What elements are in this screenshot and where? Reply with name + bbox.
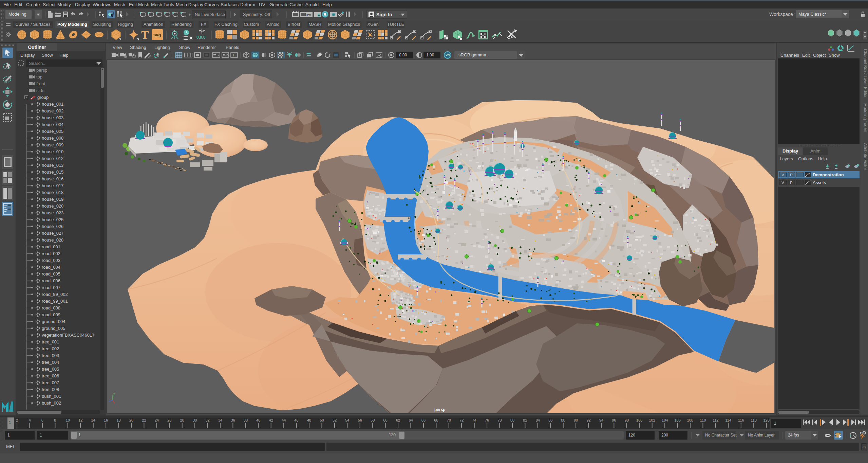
svg-text:76: 76 xyxy=(485,418,489,422)
svg-text:116: 116 xyxy=(738,418,744,422)
svg-text:80: 80 xyxy=(510,418,514,422)
svg-text:46: 46 xyxy=(294,418,298,422)
svg-text:8: 8 xyxy=(54,418,56,422)
svg-text:0,0,0: 0,0,0 xyxy=(196,35,206,40)
svg-text:svg: svg xyxy=(153,32,161,37)
svg-text:persp: persp xyxy=(434,407,446,412)
svg-text:70: 70 xyxy=(447,418,451,422)
svg-text:34: 34 xyxy=(218,418,222,422)
svg-text:94: 94 xyxy=(599,418,603,422)
svg-text:74: 74 xyxy=(472,418,476,422)
svg-text:2: 2 xyxy=(16,418,18,422)
svg-text:30: 30 xyxy=(193,418,197,422)
svg-text:T: T xyxy=(232,53,235,57)
svg-text:90: 90 xyxy=(574,418,578,422)
svg-text:36: 36 xyxy=(231,418,235,422)
svg-text:78: 78 xyxy=(497,418,502,422)
svg-text:26: 26 xyxy=(167,418,171,422)
svg-text:IPR: IPR xyxy=(306,14,311,17)
svg-text:120: 120 xyxy=(763,418,769,422)
svg-text:102: 102 xyxy=(649,418,655,422)
svg-text:24: 24 xyxy=(155,418,159,422)
svg-text:14: 14 xyxy=(91,418,95,422)
svg-text:y: y xyxy=(113,392,115,395)
svg-text:58: 58 xyxy=(371,418,375,422)
svg-text:44: 44 xyxy=(282,418,286,422)
svg-text:22: 22 xyxy=(142,418,146,422)
svg-text:54: 54 xyxy=(345,418,349,422)
svg-text:108: 108 xyxy=(687,418,693,422)
svg-text:100: 100 xyxy=(636,418,642,422)
svg-text:68: 68 xyxy=(434,418,438,422)
svg-text:32: 32 xyxy=(205,418,209,422)
svg-text:38: 38 xyxy=(244,418,248,422)
svg-text:106: 106 xyxy=(674,418,680,422)
svg-text:6: 6 xyxy=(41,418,43,422)
svg-text:114: 114 xyxy=(725,418,732,422)
svg-text:52: 52 xyxy=(333,418,337,422)
svg-text:10: 10 xyxy=(66,418,70,422)
svg-text:62: 62 xyxy=(396,418,400,422)
svg-text:12: 12 xyxy=(78,418,82,422)
svg-text:112: 112 xyxy=(713,418,719,422)
svg-text:16: 16 xyxy=(104,418,108,422)
svg-text:86: 86 xyxy=(548,418,552,422)
svg-text:118: 118 xyxy=(751,418,757,422)
svg-text:48: 48 xyxy=(307,418,311,422)
svg-text:72: 72 xyxy=(459,418,464,422)
svg-text:56: 56 xyxy=(358,418,362,422)
svg-text:66: 66 xyxy=(421,418,426,422)
svg-text:88: 88 xyxy=(561,418,565,422)
svg-text:42: 42 xyxy=(269,418,273,422)
svg-text:20: 20 xyxy=(129,418,133,422)
svg-text:84: 84 xyxy=(536,418,540,422)
svg-text:104: 104 xyxy=(662,418,668,422)
svg-text:4: 4 xyxy=(29,418,31,422)
svg-text:60: 60 xyxy=(383,418,387,422)
svg-text:50: 50 xyxy=(320,418,324,422)
svg-text:82: 82 xyxy=(523,418,527,422)
svg-text:18: 18 xyxy=(116,418,120,422)
svg-text:64: 64 xyxy=(409,418,413,422)
svg-text:98: 98 xyxy=(625,418,629,422)
svg-text:110: 110 xyxy=(700,418,706,422)
svg-text:40: 40 xyxy=(256,418,260,422)
svg-text:28: 28 xyxy=(180,418,184,422)
svg-text:96: 96 xyxy=(612,418,616,422)
svg-text:92: 92 xyxy=(586,418,590,422)
